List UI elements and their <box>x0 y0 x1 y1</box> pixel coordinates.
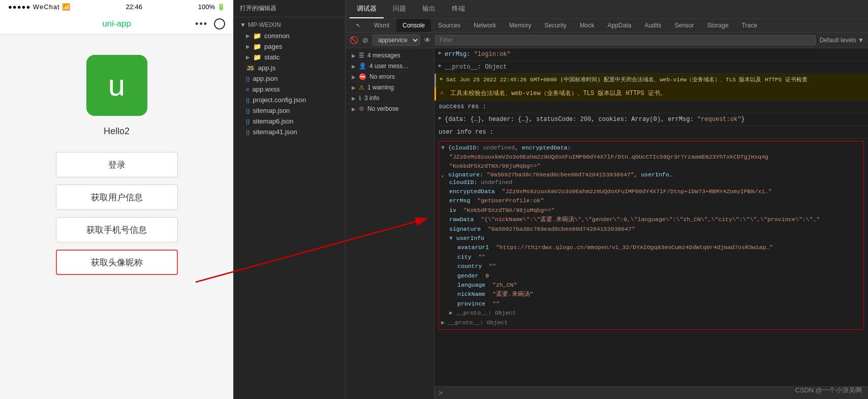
expand-arrow[interactable]: ▶ <box>440 76 443 82</box>
tab-mock[interactable]: Mock <box>574 19 601 32</box>
item-label: common <box>264 32 290 40</box>
wifi-icon: 📶 <box>62 3 70 11</box>
item-label: app.json <box>253 75 277 82</box>
tab-appdata[interactable]: AppData <box>601 19 637 32</box>
code-line: "KokbdF5XzdTNX/98juMqbg==" <box>441 162 861 171</box>
console-line: ▶ __proto__: Object <box>435 61 868 74</box>
clear-console-icon[interactable]: 🚫 <box>350 36 358 44</box>
get-avatar-button[interactable]: 获取头像昵称 <box>56 250 178 275</box>
verbose-icon: ⚙ <box>359 105 364 112</box>
devtools-nav-tabs: ↖ Wxml Console Sources Network Memory Se… <box>346 19 868 33</box>
get-user-info-button[interactable]: 获取用户信息 <box>56 185 178 210</box>
line-text: errMsg: "login:ok" <box>445 50 864 59</box>
console-prompt-icon: > <box>439 389 443 397</box>
tab-security[interactable]: Security <box>538 19 572 32</box>
phone-content: u Hello2 登录 获取用户信息 获取手机号信息 获取头像昵称 <box>0 35 233 399</box>
json-file-icon: {} <box>246 129 250 135</box>
code-line: city: "" <box>441 253 861 262</box>
tab-network[interactable]: Network <box>468 19 502 32</box>
warning-icon: ⚠ <box>359 84 364 91</box>
log-levels-dropdown[interactable]: Default levels ▼ <box>820 37 864 44</box>
tree-item-sitemap6[interactable]: {} sitemap6.json <box>234 116 345 127</box>
console-output: ▶ errMsg: "login:ok" ▶ __proto__: Object… <box>435 48 868 386</box>
msg-info[interactable]: ▶ ℹ 3 info <box>346 93 434 104</box>
wxss-file-icon: ≡ <box>246 86 249 93</box>
tab-sensor[interactable]: Sensor <box>669 19 700 32</box>
msg-errors[interactable]: ▶ ⛔ No errors <box>346 72 434 82</box>
code-line: ▼ {cloudID: undefined, encryptedData: <box>441 143 861 152</box>
filter-input[interactable] <box>435 35 816 45</box>
expand-icon: ▶ <box>246 44 250 49</box>
tab-trace[interactable]: Trace <box>736 19 763 32</box>
collapse-icon[interactable]: ▼ <box>240 21 246 28</box>
app-logo: u <box>86 55 147 116</box>
tab-output[interactable]: 输出 <box>415 0 443 18</box>
user-icon: 👤 <box>359 63 366 70</box>
msg-warnings[interactable]: ▶ ⚠ 1 warning <box>346 82 434 93</box>
tab-storage[interactable]: Storage <box>701 19 735 32</box>
msg-verbose[interactable]: ▶ ⚙ No verbose <box>346 104 434 114</box>
expand-arrow[interactable]: ▶ <box>439 50 442 56</box>
tree-item-static[interactable]: ▶ 📁 static <box>234 52 345 63</box>
tab-cursor[interactable]: ↖ <box>350 19 367 32</box>
item-label: app.js <box>258 64 275 72</box>
app-title: uni-app <box>102 19 131 29</box>
item-label: pages <box>264 43 282 50</box>
tab-debugger[interactable]: 调试器 <box>350 0 384 18</box>
item-label: project.config.json <box>253 96 306 104</box>
tree-item-appjson[interactable]: {} app.json <box>234 73 345 84</box>
more-options-icon[interactable]: ••• <box>195 19 208 29</box>
filter-icon[interactable]: ⊘ <box>362 36 368 44</box>
phone-panel: ●●●●● WeChat 📶 22:46 100% 🔋 uni-app ••• … <box>0 0 234 399</box>
msg-user[interactable]: ▶ 👤 4 user mess… <box>346 61 434 72</box>
context-select[interactable]: appservice <box>373 35 420 46</box>
code-line: encryptedData: "JZz0xMs8zuuxkmV2o3o0Eahm… <box>441 187 861 196</box>
item-label: sitemap6.json <box>253 117 293 125</box>
msg-all[interactable]: ▶ ☰ 4 messages <box>346 50 434 61</box>
expand-arrow[interactable]: ▶ <box>439 115 442 121</box>
code-line: iv: "KokbdF5XzdTNX/98juMqbg==" <box>441 206 861 215</box>
code-line: ▶ __proto__: Object <box>441 318 861 327</box>
devtools-panel: 调试器 问题 输出 终端 ↖ Wxml Console Sources Netw… <box>346 0 868 399</box>
carrier-signal: ●●●●● WeChat <box>8 3 60 11</box>
all-messages-icon: ☰ <box>359 52 364 59</box>
eye-icon[interactable]: 👁 <box>424 36 431 44</box>
tab-issues[interactable]: 问题 <box>386 0 413 18</box>
record-button[interactable] <box>214 18 225 29</box>
folder-icon: 📁 <box>253 32 261 40</box>
expand-arrow[interactable]: ▶ <box>439 63 442 69</box>
expand-icon: ▶ <box>352 74 356 80</box>
folder-icon: 📁 <box>253 53 261 61</box>
tree-item-appjs[interactable]: JS app.js <box>234 63 345 73</box>
tab-memory[interactable]: Memory <box>503 19 537 32</box>
tree-item-sitemap41[interactable]: {} sitemap41.json <box>234 127 345 137</box>
tab-terminal[interactable]: 终端 <box>445 0 472 18</box>
tab-sources[interactable]: Sources <box>432 19 467 32</box>
app-logo-letter: u <box>108 70 125 101</box>
code-line: signature: "0a50927ba38c769ead0cbee80d74… <box>441 225 861 234</box>
line-text: {data: {…}, header: {…}, statusCode: 200… <box>445 115 864 124</box>
tree-item-sitemap[interactable]: {} sitemap.json <box>234 105 345 116</box>
tree-item-common[interactable]: ▶ 📁 common <box>234 30 345 41</box>
code-line: gender: 0 <box>441 271 861 281</box>
warning-header-line: ▶ Sat Jun 25 2022 22:45:26 GMT+0800 (中国标… <box>435 74 868 87</box>
console-output-panel: ▶ errMsg: "login:ok" ▶ __proto__: Object… <box>435 48 868 399</box>
get-phone-button[interactable]: 获取手机号信息 <box>56 217 178 242</box>
line-text: success res : <box>439 102 864 111</box>
folder-icon: 📁 <box>253 43 261 50</box>
msg-label: No verbose <box>367 105 398 112</box>
tree-item-pages[interactable]: ▶ 📁 pages <box>234 41 345 52</box>
msg-label: 4 messages <box>367 52 400 59</box>
tab-audits[interactable]: Audits <box>638 19 667 32</box>
expand-icon: ▶ <box>352 64 356 69</box>
tab-console[interactable]: Console <box>396 19 431 32</box>
js-file-icon: JS <box>246 65 255 71</box>
tree-item-projectconfig[interactable]: {} project.config.json <box>234 95 345 105</box>
devtools-top-tabs: 调试器 问题 输出 终端 <box>346 0 868 19</box>
file-tree-panel: 打开的编辑器 ▼ MP-WEIXIN ▶ 📁 common ▶ 📁 pages … <box>234 0 346 399</box>
item-label: sitemap41.json <box>253 128 297 136</box>
login-button[interactable]: 登录 <box>56 152 178 177</box>
tab-wxml[interactable]: Wxml <box>368 19 395 32</box>
tree-item-appwxss[interactable]: ≡ app.wxss <box>234 84 345 95</box>
info-icon: ℹ <box>359 95 361 102</box>
